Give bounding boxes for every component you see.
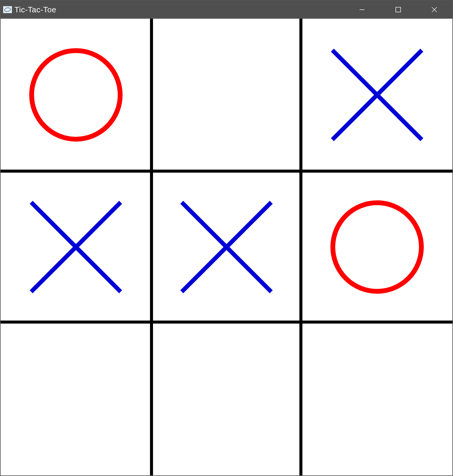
maximize-button[interactable] [380,1,416,19]
minimize-button[interactable] [344,1,380,19]
titlebar[interactable]: Tic-Tac-Toe [1,1,452,19]
game-area [1,19,452,475]
cell-0-0[interactable] [1,19,151,171]
titlebar-left: Tic-Tac-Toe [3,5,56,14]
cell-1-0[interactable] [1,171,151,323]
mark-o [330,200,424,294]
svg-rect-1 [396,7,401,12]
close-icon [431,6,438,13]
cell-2-2[interactable] [302,323,452,475]
maximize-icon [395,6,401,13]
board-cells [1,19,452,475]
minimize-icon [358,6,366,13]
cell-1-1[interactable] [151,171,302,323]
window-title: Tic-Tac-Toe [14,5,56,14]
app-window: Tic-Tac-Toe [0,0,453,476]
close-button[interactable] [416,1,452,19]
cell-2-0[interactable] [1,323,151,475]
mark-o [29,48,123,142]
mark-x [29,200,123,294]
cell-1-2[interactable] [302,171,452,323]
cell-0-2[interactable] [302,19,452,171]
cell-0-1[interactable] [151,19,302,171]
mark-x [330,48,424,142]
app-icon [3,6,12,13]
game-board [1,19,452,475]
cell-2-1[interactable] [151,323,302,475]
window-controls [344,1,452,19]
mark-x [180,200,273,294]
